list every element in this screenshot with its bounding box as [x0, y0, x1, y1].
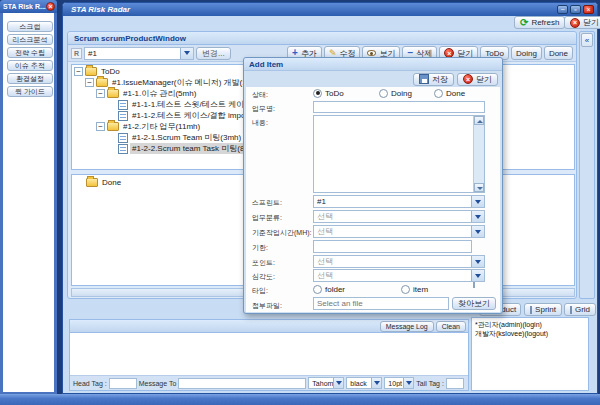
sidebar-body: 스크럼 리스크분석 전략 수립 이슈 추적 환경설정 퀵 가이드 [0, 13, 57, 394]
radio-done[interactable] [434, 89, 443, 98]
tree-item-label: Done [100, 178, 123, 187]
close-x-icon: × [570, 18, 580, 28]
dialog-toolbar: 저장 × 닫기 [244, 71, 502, 87]
maximize-icon[interactable]: ▫ [570, 5, 581, 14]
collapse-toggle-icon[interactable] [85, 78, 94, 87]
tree-item-label: #1-2-2.Scrum team Task 미팅(8mh) [130, 143, 260, 154]
chevron-down-icon[interactable] [180, 48, 193, 59]
sprint-combobox-value: #1 [85, 49, 180, 58]
chevron-down-icon[interactable] [471, 196, 484, 207]
task-name-input[interactable] [313, 101, 485, 113]
radio-folder-label: folder [325, 285, 401, 294]
sprint-select[interactable]: #1 [313, 195, 485, 208]
chevron-down-icon[interactable] [471, 226, 484, 237]
message-log-area[interactable] [70, 333, 468, 375]
sprint-combobox[interactable]: #1 [84, 47, 194, 60]
clean-button[interactable]: Clean [436, 321, 466, 332]
sidebar-item-strategy[interactable]: 전략 수립 [7, 47, 53, 58]
refresh-button[interactable]: ⟳ Refresh [514, 16, 565, 29]
sprint-icon [530, 306, 532, 314]
collapse-toggle-icon[interactable] [74, 67, 83, 76]
font-select-value: Tahoma [309, 380, 333, 387]
severity-select-value: 선택 [314, 270, 471, 281]
chevron-down-icon[interactable] [371, 378, 381, 388]
save-label: 저장 [432, 74, 448, 85]
eye-icon [367, 50, 376, 56]
attachment-label: 첨부파일: [252, 301, 282, 311]
browse-button[interactable]: 찾아보기 [452, 297, 496, 310]
content-textarea[interactable] [313, 115, 485, 193]
severity-select[interactable]: 선택 [313, 269, 485, 282]
minimize-icon[interactable]: − [557, 5, 568, 14]
size-select[interactable]: 10pt [384, 377, 414, 389]
change-button[interactable]: 변경... [196, 47, 231, 60]
status-label: 상태: [252, 90, 268, 100]
sidebar-item-risk[interactable]: 리스크분석 [7, 34, 53, 45]
user-item-developer[interactable]: 개발자(kslovee)(logout) [475, 329, 585, 338]
chevron-down-icon[interactable] [403, 378, 413, 388]
scrum-panel-header: Scrum scrumProductWindow [68, 32, 576, 45]
attachment-input[interactable] [313, 297, 449, 310]
message-to-input[interactable] [178, 378, 306, 389]
collapse-left-icon[interactable]: « [581, 33, 593, 47]
task-icon [118, 144, 128, 154]
collapsed-east-panel: « [579, 31, 595, 299]
window-close-icon[interactable]: × [583, 5, 594, 14]
tree-item-label: ToDo [99, 67, 122, 76]
scroll-up-icon[interactable] [474, 116, 484, 125]
base-time-select[interactable]: 선택 [313, 225, 485, 238]
radio-item[interactable] [401, 285, 410, 294]
radio-todo[interactable] [313, 89, 322, 98]
radio-folder[interactable] [313, 285, 322, 294]
sprint-button[interactable]: Sprint [524, 303, 562, 316]
radio-doing-label: Doing [391, 89, 434, 98]
dialog-close-button[interactable]: × 닫기 [457, 73, 498, 86]
window-close-button[interactable]: × 닫기 [564, 16, 600, 29]
head-tag-input[interactable] [109, 378, 137, 389]
user-item-admin[interactable]: *관리자(admin)(login) [475, 320, 585, 329]
close-circle-icon: × [463, 74, 473, 84]
sidebar-close-icon[interactable]: × [46, 2, 55, 11]
message-to-label: Message To [139, 380, 177, 387]
window-title: STA Risk Radar [71, 5, 555, 14]
dialog-titlebar: Add Item [244, 58, 502, 71]
radio-doing[interactable] [379, 89, 388, 98]
due-date-input[interactable] [313, 240, 472, 253]
grid-button[interactable]: Grid [564, 303, 596, 316]
task-name-label: 업무명: [252, 104, 275, 114]
radio-item-label: item [413, 285, 428, 294]
type-label: 타입: [252, 286, 268, 296]
chevron-down-icon[interactable] [471, 270, 484, 281]
taskbar [0, 394, 600, 405]
filter-doing-button[interactable]: Doing [511, 46, 542, 60]
save-button[interactable]: 저장 [413, 73, 454, 86]
scrollbar[interactable] [473, 116, 484, 192]
point-select[interactable]: 선택 [313, 255, 485, 268]
base-time-select-value: 선택 [314, 226, 471, 237]
sprint-select-value: #1 [314, 197, 471, 206]
point-select-value: 선택 [314, 256, 471, 267]
collapse-toggle-icon[interactable] [96, 122, 105, 131]
chevron-down-icon[interactable] [471, 256, 484, 267]
refresh-label: Refresh [531, 18, 559, 27]
dialog-close-label: 닫기 [476, 74, 492, 85]
tail-tag-input[interactable] [446, 378, 464, 389]
sidebar-item-scrum[interactable]: 스크럼 [7, 21, 53, 32]
category-select[interactable]: 선택 [313, 210, 485, 223]
filter-done-button[interactable]: Done [544, 46, 573, 60]
chevron-down-icon[interactable] [471, 211, 484, 222]
tree-item-label: #1-2.기타 업무(11mh) [121, 121, 202, 132]
color-select-value: black [347, 380, 371, 387]
color-select[interactable]: black [346, 377, 382, 389]
scroll-down-icon[interactable] [474, 183, 484, 192]
chevron-down-icon[interactable] [333, 378, 343, 388]
sidebar-item-settings[interactable]: 환경설정 [7, 73, 53, 84]
refresh-icon: ⟳ [520, 18, 528, 28]
message-log-button[interactable]: Message Log [380, 321, 434, 332]
collapse-toggle-icon[interactable] [96, 89, 105, 98]
sidebar-item-quick-guide[interactable]: 퀵 가이드 [7, 86, 53, 97]
category-select-value: 선택 [314, 211, 471, 222]
font-select[interactable]: Tahoma [308, 377, 344, 389]
sidebar-item-issue-track[interactable]: 이슈 추적 [7, 60, 53, 71]
category-label: 업무분류: [252, 213, 282, 223]
